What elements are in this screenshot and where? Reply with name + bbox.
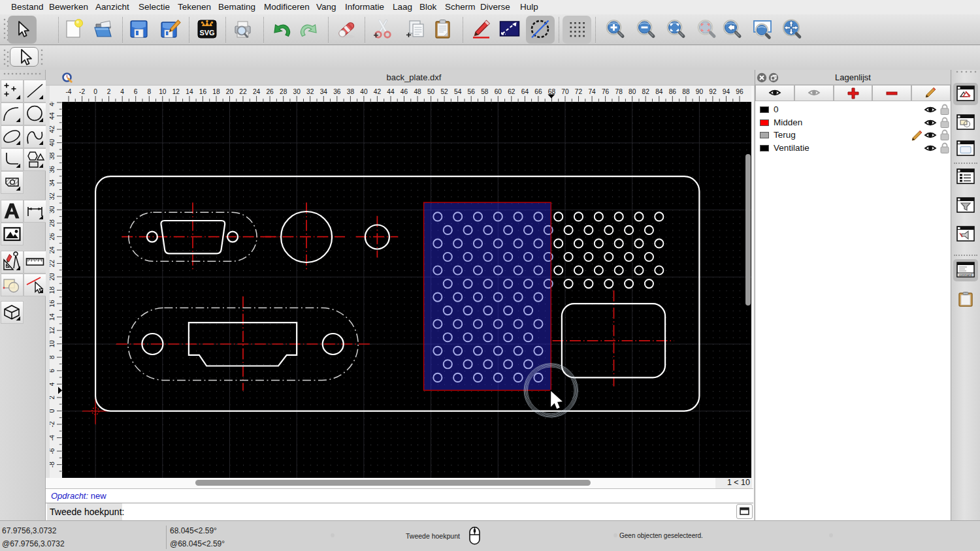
svg-text:70: 70 <box>561 88 569 95</box>
svg-text:32: 32 <box>306 88 314 95</box>
svg-text:28: 28 <box>50 219 56 227</box>
svg-text:38: 38 <box>50 152 56 160</box>
svg-text:16: 16 <box>50 300 56 307</box>
svg-text:10: 10 <box>50 340 56 348</box>
svg-text:-4: -4 <box>65 88 71 95</box>
svg-text:SVG: SVG <box>199 29 214 37</box>
svg-text:16: 16 <box>199 88 207 95</box>
svg-text:24: 24 <box>253 88 261 95</box>
svg-text:30: 30 <box>293 88 301 95</box>
svg-text:50: 50 <box>427 88 435 95</box>
svg-text:-2: -2 <box>79 88 85 95</box>
svg-text:20: 20 <box>226 88 234 95</box>
svg-text:94: 94 <box>723 88 730 95</box>
svg-text:52: 52 <box>440 88 448 95</box>
svg-text:8: 8 <box>147 88 151 95</box>
svg-text:18: 18 <box>50 287 56 294</box>
svg-text:54: 54 <box>454 88 462 95</box>
svg-text:0: 0 <box>50 409 56 413</box>
svg-text:90: 90 <box>696 88 704 95</box>
svg-text:58: 58 <box>481 88 489 95</box>
svg-text:6: 6 <box>134 88 138 95</box>
svg-text:72: 72 <box>575 88 583 95</box>
svg-text:40: 40 <box>360 88 368 95</box>
svg-text:4: 4 <box>120 88 124 95</box>
svg-text:56: 56 <box>468 88 476 95</box>
svg-text:28: 28 <box>280 88 287 95</box>
svg-text:44: 44 <box>387 88 395 95</box>
svg-text:22: 22 <box>50 260 56 268</box>
svg-text:14: 14 <box>50 313 56 321</box>
svg-text:2: 2 <box>50 396 56 400</box>
svg-text:48: 48 <box>414 88 421 95</box>
svg-text:40: 40 <box>50 139 56 147</box>
svg-text:60: 60 <box>495 88 502 95</box>
svg-text:20: 20 <box>50 273 56 281</box>
svg-text:30: 30 <box>50 206 56 213</box>
svg-text:26: 26 <box>266 88 274 95</box>
svg-text:74: 74 <box>588 88 596 95</box>
svg-text:80: 80 <box>629 88 636 95</box>
svg-text:36: 36 <box>333 88 341 95</box>
svg-text:-6: -6 <box>50 448 56 454</box>
svg-text:44: 44 <box>50 112 56 120</box>
svg-text:86: 86 <box>669 88 677 95</box>
svg-text:66: 66 <box>534 88 542 95</box>
svg-text:64: 64 <box>521 88 529 95</box>
svg-text:22: 22 <box>239 88 247 95</box>
svg-text:34: 34 <box>50 179 56 187</box>
svg-text:18: 18 <box>212 88 220 95</box>
svg-text:6: 6 <box>50 369 56 373</box>
svg-text:12: 12 <box>50 326 56 334</box>
svg-text:82: 82 <box>642 88 650 95</box>
svg-text:76: 76 <box>602 88 610 95</box>
svg-text:92: 92 <box>709 88 717 95</box>
svg-text:2: 2 <box>107 88 111 95</box>
svg-text:84: 84 <box>655 88 663 95</box>
svg-text:26: 26 <box>50 232 56 240</box>
svg-text:34: 34 <box>320 88 328 95</box>
svg-text:8: 8 <box>50 355 56 359</box>
svg-text:88: 88 <box>682 88 690 95</box>
svg-text:command: command <box>959 274 972 277</box>
svg-text:12: 12 <box>172 88 180 95</box>
svg-text:68: 68 <box>548 88 556 95</box>
svg-text:46: 46 <box>50 102 56 106</box>
svg-text:36: 36 <box>50 166 56 174</box>
svg-text:24: 24 <box>50 246 56 254</box>
svg-text:14: 14 <box>186 88 193 95</box>
svg-text:38: 38 <box>347 88 355 95</box>
svg-text:46: 46 <box>400 88 408 95</box>
svg-text:78: 78 <box>615 88 623 95</box>
svg-text:96: 96 <box>736 88 743 95</box>
svg-text:-2: -2 <box>50 421 56 427</box>
svg-text:4: 4 <box>50 382 56 386</box>
svg-text:42: 42 <box>50 125 56 133</box>
svg-text:32: 32 <box>50 193 56 200</box>
svg-text:-8: -8 <box>50 462 56 467</box>
svg-text:10: 10 <box>159 88 167 95</box>
svg-text:-4: -4 <box>50 435 56 441</box>
svg-text:62: 62 <box>508 88 515 95</box>
svg-text:0: 0 <box>93 88 97 95</box>
svg-text:42: 42 <box>374 88 382 95</box>
